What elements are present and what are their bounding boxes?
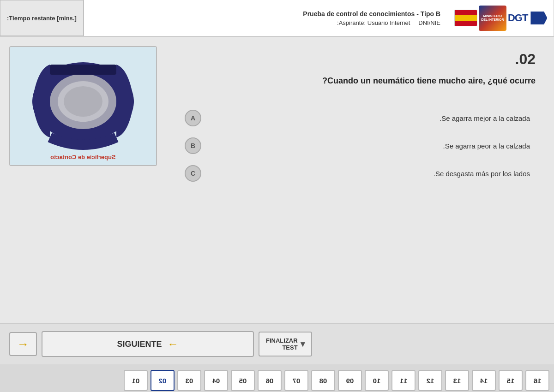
answer-label-a: Se agarra mejor a la calzada.	[201, 114, 536, 122]
finalize-button[interactable]: ▾ FINALIZARTEST	[259, 332, 312, 356]
dgt-logo: DGT	[508, 12, 547, 24]
grid-btn-15[interactable]: 15	[499, 370, 523, 391]
grid-btn-05[interactable]: 05	[231, 370, 255, 391]
answer-circle-b[interactable]: B	[185, 137, 201, 154]
answer-option-a[interactable]: Se agarra mejor a la calzada. A	[185, 110, 536, 126]
question-area: 02. Cuando un neumático tiene mucho aire…	[166, 37, 554, 323]
grid-btn-12[interactable]: 12	[418, 370, 442, 391]
grid-btn-06[interactable]: 06	[258, 370, 282, 391]
arrow-right-icon: →	[17, 337, 29, 351]
answer-label-b: Se agarra peor a la calzada.	[201, 142, 536, 150]
tire-diagram: Superficie de Contacto	[10, 47, 156, 165]
tire-caption: Superficie de Contacto	[50, 154, 116, 160]
grid-btn-07[interactable]: 07	[284, 370, 308, 391]
siguiente-label: SIGUIENTE	[117, 339, 162, 349]
grid-btn-01[interactable]: 01	[124, 370, 148, 391]
answer-circle-c[interactable]: C	[185, 165, 201, 182]
header-info: Prueba de control de conocimientos - Tip…	[84, 0, 448, 36]
ministry-logo: MINISTERIODEL INTERIOR	[479, 6, 506, 31]
answer-circle-a[interactable]: A	[185, 110, 201, 126]
grid-btn-04[interactable]: 04	[204, 370, 228, 391]
grid-btn-13[interactable]: 13	[445, 370, 469, 391]
timer-box: Tiempo restante [mins.]:	[0, 0, 84, 36]
siguiente-arrow-icon: ←	[168, 338, 179, 350]
finalize-label: FINALIZARTEST	[266, 337, 298, 351]
grid-btn-16[interactable]: 16	[525, 370, 549, 391]
grid-btn-03[interactable]: 03	[177, 370, 201, 391]
answer-option-b[interactable]: Se agarra peor a la calzada. B	[185, 137, 536, 154]
tire-image-box: Superficie de Contacto	[9, 46, 157, 166]
logo-area: DGT MINISTERIODEL INTERIOR	[448, 0, 554, 36]
siguiente-button[interactable]: ← SIGUIENTE	[42, 331, 254, 357]
grid-btn-09[interactable]: 09	[338, 370, 362, 391]
answer-option-c[interactable]: Se desgasta más por los lados. C	[185, 165, 536, 182]
dgt-text: DGT	[508, 12, 528, 24]
nav-bar: ▾ FINALIZARTEST ← SIGUIENTE →	[0, 323, 554, 364]
main-content: 02. Cuando un neumático tiene mucho aire…	[0, 37, 554, 323]
dgt-icon	[530, 12, 547, 24]
header: DGT MINISTERIODEL INTERIOR Prueba de con…	[0, 0, 554, 37]
spain-flag	[454, 10, 477, 26]
grid-btn-10[interactable]: 10	[365, 370, 389, 391]
tire-svg	[23, 60, 143, 152]
grid-btn-14[interactable]: 14	[472, 370, 496, 391]
grid-btn-02[interactable]: 02	[151, 370, 175, 391]
svg-rect-2	[50, 65, 116, 75]
image-area: Superficie de Contacto	[0, 37, 166, 323]
question-number: 02.	[185, 51, 536, 68]
exam-title: Prueba de control de conocimientos - Tip…	[91, 10, 440, 18]
arrow-right-button[interactable]: →	[9, 332, 37, 356]
finalize-arrow-icon: ▾	[301, 339, 305, 349]
grid-btn-11[interactable]: 11	[391, 370, 416, 391]
answer-label-c: Se desgasta más por los lados.	[201, 170, 536, 178]
grid-btn-08[interactable]: 08	[311, 370, 335, 391]
aspirante-label: Aspirante: Usuario Internet	[339, 19, 410, 26]
timer-label: Tiempo restante [mins.]:	[7, 15, 77, 22]
grid-row-1: 01020304050607080910111213141516	[5, 370, 549, 391]
aspirante-info: Aspirante: Usuario Internet DNI/NIE:	[91, 19, 440, 26]
question-text: Cuando un neumático tiene mucho aire, ¿q…	[185, 75, 536, 87]
svg-point-4	[64, 86, 102, 117]
number-grid: 01020304050607080910111213141516 1718192…	[0, 364, 554, 392]
